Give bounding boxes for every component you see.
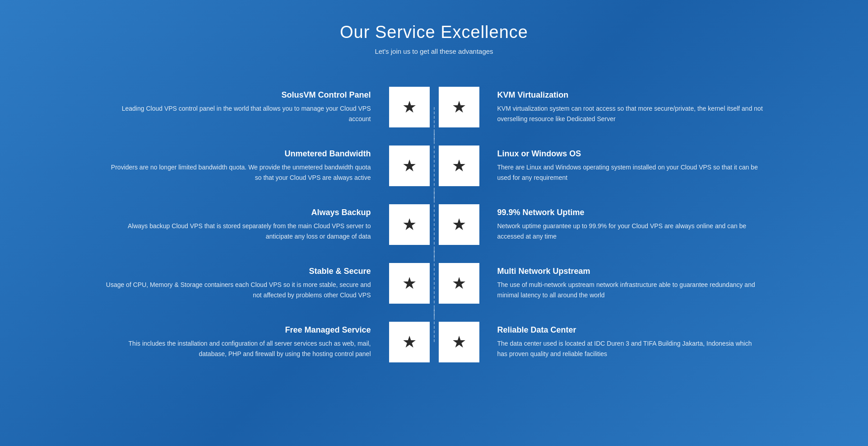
feature-right-title-3: Multi Network Upstream bbox=[497, 267, 764, 276]
icon-box-right-4: ★ bbox=[439, 322, 479, 362]
feature-right-4: Reliable Data Center The data center use… bbox=[484, 325, 764, 359]
feature-left-desc-0: Leading Cloud VPS control panel in the w… bbox=[105, 103, 371, 124]
icons-row-0: ★ ★ bbox=[387, 87, 482, 127]
feature-right-title-0: KVM Virtualization bbox=[497, 90, 764, 100]
center-col-2: ★ ★ bbox=[385, 204, 484, 245]
page-subtitle: Let's join us to get all these advantage… bbox=[18, 47, 850, 55]
icon-box-right-0: ★ bbox=[439, 87, 479, 127]
center-col-4: ★ ★ bbox=[385, 322, 484, 362]
feature-right-title-1: Linux or Windows OS bbox=[497, 149, 764, 159]
feature-row: Stable & Secure Usage of CPU, Memory & S… bbox=[73, 254, 795, 313]
star-icon-left-4: ★ bbox=[402, 333, 417, 352]
feature-right-title-4: Reliable Data Center bbox=[497, 325, 764, 335]
feature-row: Always Backup Always backup Cloud VPS th… bbox=[73, 195, 795, 254]
feature-left-desc-2: Always backup Cloud VPS that is stored s… bbox=[105, 221, 371, 241]
feature-right-title-2: 99.9% Network Uptime bbox=[497, 208, 764, 217]
center-col-1: ★ ★ bbox=[385, 146, 484, 186]
center-col-0: ★ ★ bbox=[385, 87, 484, 127]
feature-left-title-3: Stable & Secure bbox=[105, 267, 371, 276]
feature-left-title-0: SolusVM Control Panel bbox=[105, 90, 371, 100]
feature-left-2: Always Backup Always backup Cloud VPS th… bbox=[105, 208, 385, 241]
feature-right-desc-0: KVM virtualization system can root acces… bbox=[497, 103, 764, 124]
feature-left-desc-4: This includes the installation and confi… bbox=[105, 338, 371, 359]
star-icon-left-3: ★ bbox=[402, 274, 417, 293]
feature-row: Free Managed Service This includes the i… bbox=[73, 313, 795, 371]
star-icon-right-3: ★ bbox=[452, 274, 466, 293]
feature-left-4: Free Managed Service This includes the i… bbox=[105, 325, 385, 359]
feature-left-title-4: Free Managed Service bbox=[105, 325, 371, 335]
star-icon-right-0: ★ bbox=[452, 98, 466, 117]
features-grid: SolusVM Control Panel Leading Cloud VPS … bbox=[73, 78, 795, 371]
feature-row: SolusVM Control Panel Leading Cloud VPS … bbox=[73, 78, 795, 136]
icon-box-left-2: ★ bbox=[389, 204, 430, 245]
page-header: Our Service Excellence Let's join us to … bbox=[18, 23, 850, 55]
icon-box-left-0: ★ bbox=[389, 87, 430, 127]
feature-left-1: Unmetered Bandwidth Providers are no lon… bbox=[105, 149, 385, 183]
feature-left-title-2: Always Backup bbox=[105, 208, 371, 217]
center-col-3: ★ ★ bbox=[385, 263, 484, 304]
page-title: Our Service Excellence bbox=[18, 23, 850, 42]
feature-left-title-1: Unmetered Bandwidth bbox=[105, 149, 371, 159]
feature-right-desc-4: The data center used is located at IDC D… bbox=[497, 338, 764, 359]
feature-left-desc-1: Providers are no longer limited bandwidt… bbox=[105, 162, 371, 183]
icon-box-left-3: ★ bbox=[389, 263, 430, 304]
feature-right-2: 99.9% Network Uptime Network uptime guar… bbox=[484, 208, 764, 241]
icons-row-2: ★ ★ bbox=[387, 204, 482, 245]
feature-left-3: Stable & Secure Usage of CPU, Memory & S… bbox=[105, 267, 385, 300]
icon-box-left-1: ★ bbox=[389, 146, 430, 186]
star-icon-left-2: ★ bbox=[402, 215, 417, 234]
icon-box-right-3: ★ bbox=[439, 263, 479, 304]
feature-row: Unmetered Bandwidth Providers are no lon… bbox=[73, 136, 795, 195]
icon-box-right-1: ★ bbox=[439, 146, 479, 186]
feature-right-0: KVM Virtualization KVM virtualization sy… bbox=[484, 90, 764, 124]
feature-right-3: Multi Network Upstream The use of multi-… bbox=[484, 267, 764, 300]
feature-right-desc-3: The use of multi-network upstream networ… bbox=[497, 280, 764, 300]
feature-right-desc-2: Network uptime guarantee up to 99.9% for… bbox=[497, 221, 764, 241]
star-icon-left-1: ★ bbox=[402, 156, 417, 175]
star-icon-left-0: ★ bbox=[402, 98, 417, 117]
feature-left-desc-3: Usage of CPU, Memory & Storage container… bbox=[105, 280, 371, 300]
icons-row-4: ★ ★ bbox=[387, 322, 482, 362]
icon-box-left-4: ★ bbox=[389, 322, 430, 362]
icons-row-3: ★ ★ bbox=[387, 263, 482, 304]
feature-right-desc-1: There are Linux and Windows operating sy… bbox=[497, 162, 764, 183]
star-icon-right-2: ★ bbox=[452, 215, 466, 234]
feature-right-1: Linux or Windows OS There are Linux and … bbox=[484, 149, 764, 183]
icon-box-right-2: ★ bbox=[439, 204, 479, 245]
star-icon-right-4: ★ bbox=[452, 333, 466, 352]
star-icon-right-1: ★ bbox=[452, 156, 466, 175]
feature-left-0: SolusVM Control Panel Leading Cloud VPS … bbox=[105, 90, 385, 124]
icons-row-1: ★ ★ bbox=[387, 146, 482, 186]
